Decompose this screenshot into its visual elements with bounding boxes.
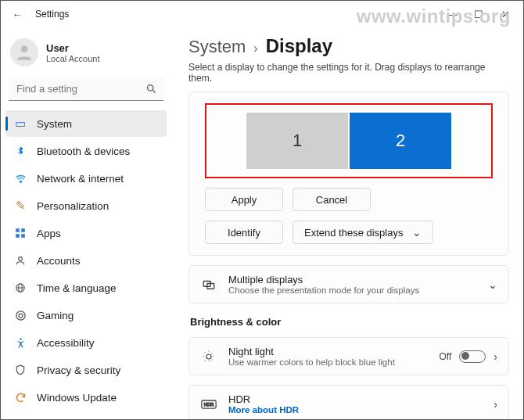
svg-rect-5 (21, 228, 25, 232)
svg-point-3 (20, 181, 21, 182)
night-light-toggle[interactable] (459, 350, 486, 363)
person-icon (13, 253, 27, 267)
svg-line-22 (205, 352, 206, 354)
chevron-right-icon: › (493, 350, 497, 363)
sidebar-item-system[interactable]: ▭ System (5, 110, 167, 137)
svg-point-8 (19, 257, 23, 260)
sidebar-item-accessibility[interactable]: Accessibility (5, 329, 167, 356)
accessibility-icon (13, 336, 27, 350)
back-button[interactable]: ← (10, 9, 24, 20)
window-title: Settings (35, 9, 69, 20)
system-icon: ▭ (13, 117, 27, 131)
card-title: Night light (228, 346, 395, 357)
svg-point-12 (16, 311, 24, 319)
monitor-1[interactable]: 1 (246, 113, 348, 169)
titlebar: ← Settings — ☐ ✕ (1, 1, 523, 27)
display-arrange-panel: 1 2 Apply Cancel Identify Extend these d… (188, 92, 509, 256)
sidebar-item-personalization[interactable]: ✎ Personalization (5, 192, 167, 219)
card-title: HDR (228, 393, 299, 405)
svg-rect-7 (21, 234, 25, 238)
svg-point-1 (148, 85, 154, 92)
sidebar-item-privacy[interactable]: Privacy & security (5, 357, 167, 383)
globe-icon (13, 281, 27, 295)
multiple-displays-card[interactable]: Multiple displays Choose the presentatio… (188, 265, 509, 303)
cancel-button[interactable]: Cancel (293, 188, 371, 211)
close-button[interactable]: ✕ (492, 3, 519, 25)
shield-icon (13, 363, 27, 377)
wifi-icon (13, 171, 27, 185)
toggle-state: Off (440, 351, 452, 362)
sidebar-item-time[interactable]: Time & language (5, 275, 167, 301)
svg-rect-6 (16, 234, 20, 238)
gaming-icon (13, 308, 27, 322)
card-subtitle: Use warmer colors to help block blue lig… (228, 357, 395, 367)
brush-icon: ✎ (13, 199, 27, 213)
section-brightness: Brightness & color (190, 316, 509, 328)
apps-icon (13, 226, 27, 240)
svg-point-17 (206, 354, 211, 359)
displays-icon (200, 278, 217, 292)
sidebar-item-update[interactable]: Windows Update (5, 384, 167, 411)
sidebar-item-apps[interactable]: Apps (5, 220, 167, 246)
breadcrumb-parent[interactable]: System (188, 37, 246, 57)
page-title: Display (266, 35, 332, 57)
user-type: Local Account (46, 54, 100, 63)
apply-button[interactable]: Apply (205, 188, 283, 211)
svg-line-23 (212, 359, 214, 361)
svg-point-14 (20, 338, 22, 340)
maximize-button[interactable]: ☐ (465, 3, 492, 25)
svg-line-24 (212, 352, 214, 354)
identify-button[interactable]: Identify (205, 221, 283, 244)
hdr-more-link[interactable]: More about HDR (228, 405, 299, 415)
page-subtitle: Select a display to change the settings … (188, 62, 509, 84)
chevron-down-icon: ⌄ (488, 278, 497, 291)
minimize-button[interactable]: — (439, 3, 465, 25)
hdr-card[interactable]: HDR HDR More about HDR › (188, 385, 509, 419)
card-subtitle: Choose the presentation mode for your di… (228, 285, 419, 295)
svg-text:HDR: HDR (204, 402, 214, 407)
search-input[interactable] (9, 77, 163, 101)
bluetooth-icon (13, 144, 27, 158)
chevron-right-icon: › (253, 41, 257, 56)
hdr-icon: HDR (200, 399, 217, 410)
avatar (10, 38, 38, 66)
chevron-down-icon: ⌄ (412, 226, 422, 239)
sidebar: User Local Account ▭ System Bluetooth & … (1, 27, 171, 419)
svg-point-0 (21, 45, 28, 52)
night-light-card[interactable]: Night light Use warmer colors to help bl… (188, 337, 509, 375)
sidebar-item-bluetooth[interactable]: Bluetooth & devices (5, 138, 167, 164)
user-block[interactable]: User Local Account (5, 34, 167, 77)
svg-line-25 (205, 359, 206, 361)
main-panel: System › Display Select a display to cha… (171, 27, 523, 419)
sidebar-item-accounts[interactable]: Accounts (5, 247, 167, 274)
search-icon (145, 83, 157, 97)
user-name: User (46, 42, 100, 54)
monitor-2[interactable]: 2 (350, 113, 451, 169)
sidebar-item-gaming[interactable]: Gaming (5, 302, 167, 328)
card-title: Multiple displays (228, 274, 419, 285)
breadcrumb: System › Display (188, 35, 509, 57)
update-icon (13, 390, 27, 404)
sidebar-item-network[interactable]: Network & internet (5, 165, 167, 192)
chevron-right-icon: › (493, 398, 497, 411)
svg-point-13 (19, 314, 23, 318)
svg-line-2 (153, 90, 155, 92)
highlight-box: 1 2 (205, 103, 493, 178)
display-mode-dropdown[interactable]: Extend these displays ⌄ (293, 221, 433, 244)
svg-rect-4 (16, 228, 20, 232)
night-light-icon (200, 350, 217, 364)
